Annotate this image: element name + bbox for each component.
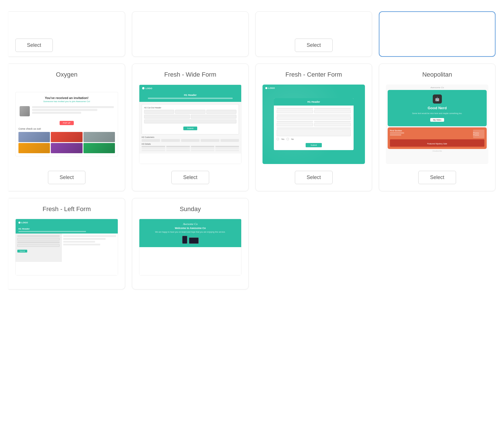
preview-fresh-wide: LOGO H1 Header H2 Cut-Out Header bbox=[139, 85, 242, 164]
preview-sunday: Awesome Co Welcome to Awesome Co We are … bbox=[139, 219, 242, 276]
neo-btn: My Video bbox=[430, 118, 444, 122]
oxygen-cta: POP UP bbox=[60, 121, 74, 125]
sunday-welcome: Welcome to Awesome Co bbox=[143, 227, 238, 230]
card-title-fresh-left: Fresh - Left Form bbox=[43, 205, 91, 213]
fresh-center-h1: H1 Header bbox=[276, 100, 352, 103]
template-card-fresh-left: Fresh - Left Form LOGO H1 Header bbox=[9, 198, 125, 290]
neo-featured: Featured Mystery Sale bbox=[427, 143, 447, 145]
fresh-wide-h2-customers: H2 Customers bbox=[142, 136, 239, 138]
select-button-oxygen[interactable]: Select bbox=[48, 171, 85, 184]
fresh-wide-h2: H2 Cut-Out Header bbox=[144, 107, 236, 109]
neo-promo: Promo Promo bbox=[473, 132, 484, 136]
preview-fresh-center: LOGO H1 Header bbox=[262, 85, 365, 164]
neo-footer: Unsubscribe bbox=[388, 150, 487, 152]
template-card-fresh-wide: Fresh - Wide Form LOGO H1 Header bbox=[132, 64, 249, 191]
oxygen-invitation-title: You've received an invitation! bbox=[20, 96, 114, 100]
template-card-neopolitan: Neopolitan Awesome Co 🤖 Good Nerd Some t… bbox=[379, 64, 495, 191]
top-partial-row: Select Select bbox=[9, 11, 495, 57]
template-grid-row2: Fresh - Left Form LOGO H1 Header bbox=[9, 198, 495, 290]
partial-card-2 bbox=[132, 11, 249, 57]
fresh-wide-submit: Submit bbox=[183, 127, 198, 130]
card-title-sunday: Sunday bbox=[180, 205, 201, 213]
partial-card-4 bbox=[379, 11, 495, 57]
page-container: Select Select Oxygen You've received an … bbox=[0, 0, 504, 295]
oxygen-invitation-sub: Someone has invited you to join Awesome … bbox=[20, 100, 114, 103]
fresh-wide-logo: LOGO bbox=[146, 87, 152, 90]
fresh-center-submit: Submit bbox=[306, 143, 322, 147]
select-button-fresh-wide[interactable]: Select bbox=[171, 171, 209, 184]
sunday-tagline: We are happy to have you on board and ho… bbox=[143, 231, 238, 234]
select-button-top-1[interactable]: Select bbox=[15, 39, 53, 52]
card-title-oxygen: Oxygen bbox=[56, 71, 77, 79]
oxygen-come-check: Come check us out! bbox=[18, 127, 115, 130]
select-button-fresh-center[interactable]: Select bbox=[295, 171, 332, 184]
template-card-fresh-center: Fresh - Center Form LOGO H1 Header bbox=[255, 64, 372, 191]
select-button-top-3[interactable]: Select bbox=[295, 39, 332, 52]
card-title-neopolitan: Neopolitan bbox=[422, 71, 452, 79]
partial-card-1: Select bbox=[9, 11, 125, 57]
fresh-wide-h1: H1 Header bbox=[142, 94, 238, 96]
partial-card-3: Select bbox=[255, 11, 372, 57]
fresh-center-logo: LOGO bbox=[268, 87, 275, 89]
card-title-fresh-wide: Fresh - Wide Form bbox=[164, 71, 216, 79]
fresh-wide-h3: H3 Details bbox=[142, 143, 239, 145]
sunday-company: Awesome Co bbox=[143, 222, 238, 226]
neo-good-nerd: Good Nerd bbox=[390, 106, 484, 110]
neo-company: Awesome Co bbox=[388, 86, 487, 89]
preview-fresh-left: LOGO H1 Header Submit bbox=[15, 219, 118, 276]
card-title-fresh-center: Fresh - Center Form bbox=[285, 71, 342, 79]
preview-oxygen: You've received an invitation! Someone h… bbox=[15, 85, 118, 164]
preview-neopolitan: Awesome Co 🤖 Good Nerd Some text would b… bbox=[386, 85, 488, 164]
neo-first-section: First Section bbox=[390, 130, 404, 132]
template-grid-row1: Oxygen You've received an invitation! So… bbox=[9, 64, 495, 191]
template-card-sunday: Sunday Awesome Co Welcome to Awesome Co … bbox=[132, 198, 249, 290]
select-button-neopolitan[interactable]: Select bbox=[418, 171, 456, 184]
template-card-oxygen: Oxygen You've received an invitation! So… bbox=[9, 64, 125, 191]
